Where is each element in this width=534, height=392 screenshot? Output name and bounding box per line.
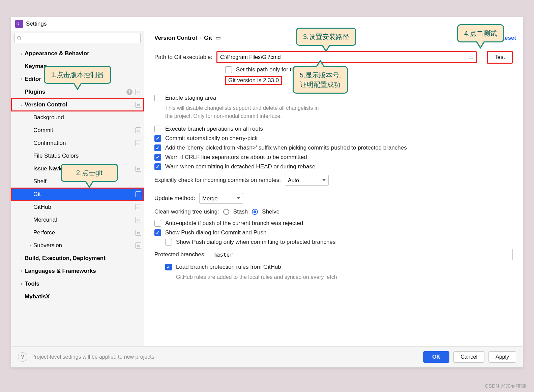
enable-staging-hint1: This will disable changelists support an… <box>165 104 513 112</box>
git-path-input[interactable] <box>217 52 466 62</box>
cancel-button[interactable]: Cancel <box>453 351 484 363</box>
tree-item-github[interactable]: GitHub▭ <box>11 201 144 214</box>
tree-item-appearance-behavior[interactable]: ›Appearance & Behavior <box>11 47 144 60</box>
tree-item-confirmation[interactable]: Confirmation▭ <box>11 137 144 150</box>
warn-crlf-checkbox[interactable] <box>154 154 161 161</box>
title-bar: Settings <box>11 17 523 31</box>
enable-staging-label: Enable staging area <box>165 95 216 101</box>
set-path-project-checkbox[interactable] <box>225 66 232 73</box>
ok-button[interactable]: OK <box>423 351 449 363</box>
callout-1: 1.点击版本控制器 <box>44 66 111 84</box>
check-remotes-select[interactable]: Auto <box>285 175 329 186</box>
update-method-select[interactable]: Merge <box>199 193 243 204</box>
enable-staging-hint2: the project. Only for non-modal commit i… <box>165 112 513 120</box>
callout-2: 2.点击git <box>61 164 118 182</box>
browse-icon[interactable]: ▭ <box>466 52 476 62</box>
show-push-checkbox[interactable] <box>154 229 161 236</box>
breadcrumb-root: Version Control <box>154 35 197 41</box>
tree-item-languages-frameworks[interactable]: ›Languages & Frameworks <box>11 265 144 277</box>
exec-all-roots-checkbox[interactable] <box>154 126 161 132</box>
tree-item-tools[interactable]: ›Tools <box>11 277 144 290</box>
show-push-protected-checkbox[interactable] <box>165 239 172 246</box>
warn-detached-label: Warn when committing in detached HEAD or… <box>165 163 315 170</box>
load-github-label: Load branch protection rules from GitHub <box>176 264 281 270</box>
callout-3: 3.设置安装路径 <box>296 28 356 46</box>
protected-branches-input[interactable] <box>210 249 513 260</box>
auto-update-label: Auto-update if push of the current branc… <box>165 220 303 227</box>
protected-branches-label: Protected branches: <box>154 251 206 258</box>
chevron-right-icon: › <box>200 35 202 41</box>
window-title: Settings <box>26 21 47 27</box>
project-scope-icon: ▭ <box>215 34 221 41</box>
breadcrumb-leaf: Git <box>204 35 212 41</box>
tree-item-build-execution-deployment[interactable]: ›Build, Execution, Deployment <box>11 252 144 265</box>
add-suffix-label: Add the 'cherry-picked from <hash>' suff… <box>165 144 407 151</box>
add-suffix-checkbox[interactable] <box>154 144 161 151</box>
test-button[interactable]: Test <box>487 51 513 64</box>
tree-item-background[interactable]: Background <box>11 111 144 124</box>
tree-item-file-status-colors[interactable]: File Status Colors <box>11 150 144 162</box>
git-version-text: Git version is 2.33.0 <box>225 76 282 85</box>
warn-crlf-label: Warn if CRLF line separators are about t… <box>165 154 307 161</box>
help-icon[interactable]: ? <box>18 352 27 362</box>
tree-item-subversion[interactable]: ›Subversion▭ <box>11 239 144 252</box>
git-path-label: Path to Git executable: <box>154 54 212 61</box>
stash-radio[interactable] <box>223 209 229 215</box>
tree-item-perforce[interactable]: Perforce▭ <box>11 226 144 239</box>
show-push-label: Show Push dialog for Commit and Push <box>165 229 267 236</box>
callout-5: 5.显示版本号,证明配置成功 <box>293 66 348 94</box>
auto-cherry-checkbox[interactable] <box>154 135 161 142</box>
auto-update-checkbox[interactable] <box>154 220 161 227</box>
load-github-checkbox[interactable] <box>165 264 172 270</box>
git-path-field-wrap: ▭ <box>216 51 477 63</box>
tree-item-commit[interactable]: Commit▭ <box>11 124 144 137</box>
auto-cherry-label: Commit automatically on cherry-pick <box>165 135 258 142</box>
update-method-label: Update method: <box>154 195 195 202</box>
warn-detached-checkbox[interactable] <box>154 163 161 170</box>
footer: ? Project-level settings will be applied… <box>11 346 523 367</box>
clean-tree-label: Clean working tree using: <box>154 208 219 215</box>
check-remotes-label: Explicitly check for incoming commits on… <box>154 177 281 184</box>
search-input[interactable] <box>14 33 141 43</box>
tree-item-mercurial[interactable]: Mercurial▭ <box>11 214 144 226</box>
callout-4: 4.点击测试 <box>457 24 504 42</box>
tree-item-git[interactable]: Git▭ <box>11 188 144 201</box>
show-push-protected-label: Show Push dialog only when committing to… <box>176 239 335 246</box>
enable-staging-checkbox[interactable] <box>154 95 161 101</box>
settings-tree[interactable]: ›Appearance & BehaviorKeymap›EditorPlugi… <box>11 45 144 346</box>
stash-label: Stash <box>233 208 248 215</box>
load-github-hint: GitHub rules are added to the local rule… <box>176 273 513 281</box>
shelve-radio[interactable] <box>252 209 258 215</box>
exec-all-roots-label: Execute branch operations on all roots <box>165 126 263 132</box>
footer-hint: Project-level settings will be applied t… <box>31 354 419 360</box>
apply-button[interactable]: Apply <box>488 351 516 363</box>
watermark: CSDN @加菲猫咖 <box>485 383 526 389</box>
tree-item-mybatisx[interactable]: MybatisX <box>11 290 144 303</box>
app-icon <box>15 20 23 28</box>
shelve-label: Shelve <box>262 208 279 215</box>
tree-item-version-control[interactable]: ⌄Version Control▭ <box>11 98 144 111</box>
